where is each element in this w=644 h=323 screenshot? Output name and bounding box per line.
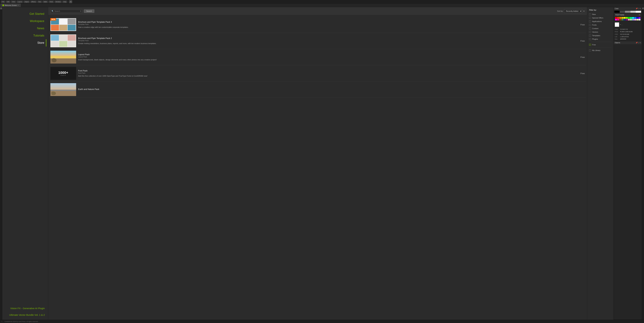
add-document-button[interactable]: +	[69, 0, 72, 3]
rgb-palette-settings-icon[interactable]: ⚙	[639, 14, 640, 16]
swatch-green[interactable]	[628, 17, 630, 19]
store-item-font-pack[interactable]: 1000+ FONTS Font Pack Font Pack Add this…	[50, 65, 586, 81]
panel-pin-icon[interactable]: 📌	[636, 8, 638, 9]
toolbar-object[interactable]: Object	[24, 1, 30, 3]
filter-label-free: Free	[592, 44, 596, 46]
swatch-light-green[interactable]	[630, 19, 632, 20]
objects-close-icon[interactable]: ✕	[640, 42, 641, 44]
filter-item-new[interactable]: New	[589, 12, 612, 16]
filter-label-vectors: Vectors	[592, 31, 598, 33]
objects-pin-icon[interactable]: 📌	[636, 42, 638, 44]
filter-checkbox-vectors[interactable]	[589, 31, 591, 33]
toolbar-effects[interactable]: Effects	[30, 1, 36, 3]
color-options-button[interactable]: …	[622, 24, 623, 25]
swatch-dark-green[interactable]	[622, 19, 624, 20]
toolbar-view[interactable]: View	[11, 1, 16, 3]
swatch-dark-blue[interactable]	[624, 19, 626, 20]
search-button[interactable]: Search	[84, 9, 94, 13]
search-input[interactable]	[54, 10, 79, 12]
filter-checkbox-special-offers[interactable]	[589, 17, 591, 19]
filter-item-special-offers[interactable]: Special Offers	[589, 16, 612, 20]
filter-item-my-library[interactable]: My Library	[589, 48, 612, 52]
swatch-black[interactable]	[614, 11, 620, 13]
tab-welcome-screen[interactable]: Welcome Screen ✕	[1, 4, 20, 7]
swatch-yellow[interactable]	[624, 17, 626, 19]
toolbar-tools[interactable]: Tools	[48, 1, 54, 3]
swatch-yellow-orange[interactable]	[622, 17, 624, 19]
swatch-red[interactable]	[615, 17, 617, 19]
filter-item-templates[interactable]: Templates	[589, 34, 612, 37]
swatch-light-yellow[interactable]	[636, 19, 638, 20]
toolbar-text[interactable]: Text	[37, 1, 42, 3]
sidebar-promo-vision-fx[interactable]: Vision FX - Generative AI Plugin	[4, 305, 46, 312]
swatch-white-2[interactable]	[638, 19, 640, 20]
filter-title: Filter by:	[589, 9, 612, 11]
store-item-brochure-pack-2[interactable]: Brochure and Flyer Template Pack 2 Templ…	[50, 33, 586, 49]
sidebar-promo-vector-bundle[interactable]: Ultimate Vector Bundle Vol. 1 & 2	[4, 312, 46, 318]
sidebar-item-store[interactable]: Store	[4, 39, 46, 46]
store-item-layout-pack[interactable]: Layout Pack Layout Pack Insert backgroun…	[50, 49, 586, 65]
store-item-earth-nature-pack[interactable]: Earth and Nature Pack	[50, 81, 586, 98]
filter-label-plugins: Plugins	[592, 38, 598, 40]
toolbar-window[interactable]: Window	[54, 1, 62, 3]
left-tool-strip: ◁	[0, 7, 2, 320]
panel-expand-icon[interactable]: ⟩	[638, 8, 639, 9]
filter-item-applications[interactable]: Applications	[589, 20, 612, 23]
swatch-gray[interactable]	[625, 11, 630, 13]
filter-checkbox-my-library[interactable]	[589, 49, 591, 51]
swatch-orange-red[interactable]	[617, 17, 619, 19]
color-panel-title: Color	[615, 8, 618, 9]
swatch-light-blue-2[interactable]	[632, 19, 634, 20]
filter-checkbox-content[interactable]	[589, 27, 591, 29]
toolbar-help[interactable]: Help	[62, 1, 67, 3]
swatch-purple[interactable]	[626, 19, 628, 20]
item-price: Free	[578, 40, 585, 42]
right-strip-collapse[interactable]: ▷	[642, 7, 644, 9]
panel-close-icon[interactable]: ✕	[640, 8, 641, 9]
edit-color-button[interactable]: ✏	[620, 24, 621, 25]
filter-checkbox-free[interactable]	[589, 44, 591, 46]
filter-checkbox-plugins[interactable]	[589, 38, 591, 40]
swatch-green-cyan[interactable]	[630, 17, 632, 19]
font-thumb-text: 1000+	[58, 71, 68, 74]
sidebar-item-news[interactable]: News	[4, 25, 46, 32]
filter-item-content[interactable]: Content	[589, 27, 612, 30]
tool-strip-btn[interactable]: ◁	[0, 7, 2, 9]
sort-select[interactable]: Recently Added Name Price	[564, 9, 582, 13]
swatch-blue[interactable]	[636, 17, 638, 19]
toolbar-edit[interactable]: Edit	[6, 1, 10, 3]
tab-close-button[interactable]: ✕	[18, 4, 19, 6]
swatch-light-magenta[interactable]	[634, 19, 636, 20]
current-color-swatch[interactable]	[615, 22, 619, 27]
toolbar-table[interactable]: Table	[42, 1, 48, 3]
store-item-brochure-pack-3[interactable]: NEW Brochure and Flyer Template Pack 3 T…	[50, 16, 586, 33]
objects-expand-icon[interactable]: ⟩	[638, 42, 639, 44]
swatch-yellow-green[interactable]	[626, 17, 628, 19]
filter-checkbox-applications[interactable]	[589, 20, 591, 22]
swatch-orange[interactable]	[619, 17, 621, 19]
filter-item-fonts[interactable]: Fonts	[589, 23, 612, 27]
search-clear-button[interactable]: ✕	[80, 10, 82, 12]
swatch-cyan[interactable]	[632, 17, 634, 19]
sidebar-item-tutorials[interactable]: Tutorials	[4, 32, 46, 39]
swatch-pink[interactable]	[617, 19, 619, 20]
swatch-violet[interactable]	[638, 17, 640, 19]
filter-item-plugins[interactable]: Plugins	[589, 37, 612, 41]
filter-checkbox-fonts[interactable]	[589, 24, 591, 26]
filter-item-free[interactable]: Free	[589, 43, 612, 46]
filter-checkbox-templates[interactable]	[589, 34, 591, 36]
swatch-light-blue[interactable]	[634, 17, 636, 19]
swatch-light-pink[interactable]	[628, 19, 630, 20]
toolbar-layout[interactable]: Layout	[16, 1, 23, 3]
swatch-dark-gray[interactable]	[620, 11, 625, 13]
swatch-white[interactable]	[636, 11, 641, 13]
toolbar-file[interactable]: File	[1, 1, 5, 3]
swatch-brown[interactable]	[619, 19, 621, 20]
filter-checkbox-new[interactable]	[589, 13, 591, 15]
sidebar-item-workspace[interactable]: Workspace	[4, 17, 46, 25]
sidebar-item-get-started[interactable]: Get Started	[4, 10, 46, 17]
filter-item-vectors[interactable]: Vectors	[589, 30, 612, 34]
swatch-light-gray[interactable]	[630, 11, 636, 13]
resize-handle-icon[interactable]: ⤡	[1, 321, 2, 322]
swatch-magenta[interactable]	[615, 19, 617, 20]
